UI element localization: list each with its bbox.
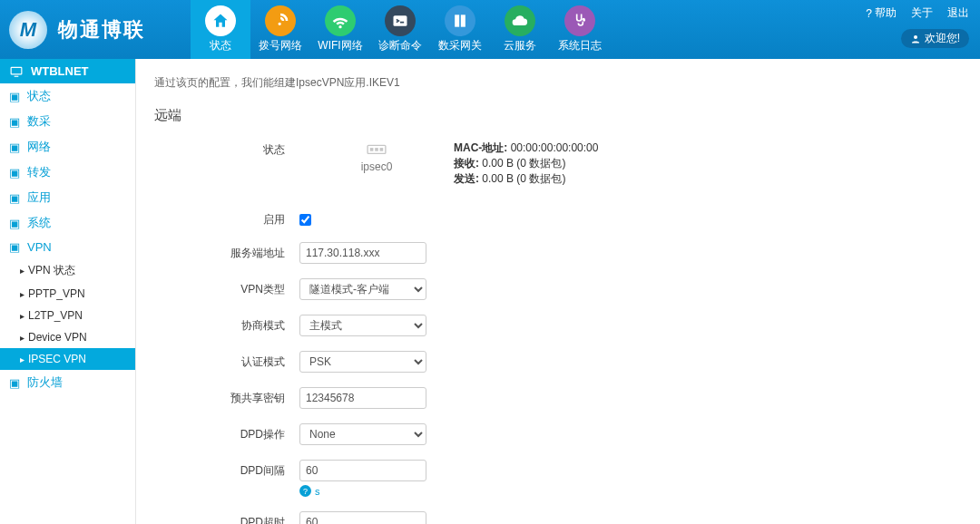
- row-auth: 认证模式 PSK: [154, 351, 962, 373]
- caret-right-icon: ▸: [20, 289, 24, 299]
- stethoscope-icon: [564, 5, 595, 36]
- nav-status[interactable]: 状态: [191, 0, 250, 59]
- terminal-icon: [385, 5, 416, 36]
- sidebar-item-network[interactable]: ▣网络: [0, 134, 135, 160]
- sidebar-item-pptp[interactable]: ▸PPTP_VPN: [0, 283, 135, 305]
- sidebar-item-ipsecvpn[interactable]: ▸IPSEC VPN: [0, 348, 135, 370]
- nav-label: 系统日志: [558, 38, 602, 53]
- row-nego: 协商模式 主模式: [154, 315, 962, 336]
- svg-rect-7: [375, 148, 378, 151]
- nav-gateway[interactable]: 数采网关: [430, 0, 490, 59]
- monitor-icon: [9, 65, 24, 78]
- sidebar-item-vpn-status[interactable]: ▸VPN 状态: [0, 258, 135, 283]
- square-icon: ▣: [9, 240, 20, 254]
- server-icon: [445, 5, 475, 36]
- svg-rect-4: [11, 67, 22, 74]
- svg-rect-1: [455, 15, 459, 26]
- square-icon: ▣: [9, 115, 20, 129]
- sidebar-item-l2tp[interactable]: ▸L2TP_VPN: [0, 305, 135, 326]
- logout-link[interactable]: 退出: [947, 5, 969, 21]
- nav-syslog[interactable]: 系统日志: [550, 0, 610, 59]
- nav-label: 云服务: [504, 38, 536, 53]
- caret-right-icon: ▸: [20, 333, 24, 343]
- interface-stats: MAC-地址: 00:00:00:00:00:00 接收: 0.00 B (0 …: [454, 141, 598, 187]
- square-icon: ▣: [9, 376, 20, 390]
- svg-rect-2: [461, 15, 466, 26]
- top-nav: 状态 拨号网络 WIFI网络 诊断命令 数采网关: [191, 0, 610, 59]
- info-icon: ?: [299, 485, 311, 497]
- caret-right-icon: ▸: [20, 354, 24, 364]
- dpdaction-select[interactable]: None: [299, 423, 426, 445]
- tx-label: 发送:: [454, 172, 479, 185]
- dpddelay-hint: ?s: [299, 485, 320, 497]
- device-heading: WTBLNET: [0, 59, 135, 83]
- rx-label: 接收:: [454, 157, 479, 170]
- nav-dial[interactable]: 拨号网络: [250, 0, 310, 59]
- sidebar-item-firewall[interactable]: ▣防火墙: [0, 370, 135, 395]
- dpdtimeout-input[interactable]: [299, 511, 426, 524]
- interface-box: ipsec0: [299, 141, 454, 173]
- square-icon: ▣: [9, 217, 20, 230]
- svg-rect-8: [380, 148, 384, 151]
- nego-select[interactable]: 主模式: [299, 315, 426, 336]
- enable-checkbox[interactable]: [299, 214, 311, 226]
- help-link[interactable]: ?帮助: [866, 5, 897, 21]
- nav-label: WIFI网络: [318, 38, 362, 53]
- sidebar-item-devicevpn[interactable]: ▸Device VPN: [0, 326, 135, 348]
- wifi-icon: [325, 5, 356, 36]
- row-dpddelay: DPD间隔 ?s: [154, 460, 962, 497]
- topbar: M 物通博联 状态 拨号网络 WIFI网络 诊断命令: [0, 0, 980, 59]
- brand-logo-icon: M: [9, 11, 47, 49]
- row-enable: 启用: [154, 212, 962, 228]
- mac-value: 00:00:00:00:00:00: [511, 141, 599, 154]
- nav-label: 拨号网络: [259, 38, 302, 53]
- rx-value: 0.00 B (0 数据包): [482, 157, 565, 170]
- vpntype-select[interactable]: 隧道模式-客户端: [299, 278, 426, 300]
- caret-right-icon: ▸: [20, 266, 24, 276]
- nav-label: 数采网关: [438, 38, 482, 53]
- nav-label: 诊断命令: [378, 38, 422, 53]
- auth-select[interactable]: PSK: [299, 351, 426, 373]
- dpdtimeout-label: DPD超时: [154, 515, 299, 525]
- nav-wifi[interactable]: WIFI网络: [310, 0, 370, 59]
- psk-label: 预共享密钥: [154, 391, 299, 406]
- signal-icon: [265, 5, 296, 36]
- home-icon: [205, 5, 236, 36]
- sidebar-item-forward[interactable]: ▣转发: [0, 160, 135, 185]
- tx-value: 0.00 B (0 数据包): [482, 172, 565, 185]
- row-vpntype: VPN类型 隧道模式-客户端: [154, 278, 962, 300]
- sidebar: WTBLNET ▣状态 ▣数采 ▣网络 ▣转发 ▣应用 ▣系统 ▣VPN ▸VP…: [0, 59, 136, 524]
- about-link[interactable]: 关于: [911, 5, 933, 21]
- welcome-badge[interactable]: 欢迎您!: [901, 29, 969, 48]
- psk-input[interactable]: [299, 387, 426, 409]
- row-dpdtimeout: DPD超时 ?s: [154, 511, 962, 524]
- dpddelay-input[interactable]: [299, 460, 426, 481]
- mac-label: MAC-地址:: [454, 141, 507, 154]
- sidebar-item-vpn[interactable]: ▣VPN: [0, 236, 135, 258]
- svg-rect-6: [370, 148, 374, 151]
- brand-logo: M 物通博联: [0, 11, 145, 49]
- help-icon: ?: [866, 7, 872, 20]
- sidebar-item-data[interactable]: ▣数采: [0, 109, 135, 134]
- interface-icon: [367, 141, 387, 157]
- enable-label: 启用: [154, 212, 299, 228]
- caret-right-icon: ▸: [20, 311, 24, 321]
- nav-cloud[interactable]: 云服务: [490, 0, 550, 59]
- server-input[interactable]: [299, 242, 426, 264]
- square-icon: ▣: [9, 141, 20, 154]
- brand-name: 物通博联: [58, 16, 145, 44]
- page-description: 通过该页的配置，我们能组建IpsecVPN应用.IKEV1: [154, 75, 962, 91]
- section-title: 远端: [154, 107, 962, 124]
- square-icon: ▣: [9, 166, 20, 180]
- nav-label: 状态: [210, 38, 231, 53]
- status-row: 状态 ipsec0 MAC-地址: 00:00:00:00:00:00 接收: …: [154, 141, 962, 187]
- sidebar-item-status[interactable]: ▣状态: [0, 83, 135, 109]
- top-right-links: ?帮助 关于 退出: [866, 5, 969, 21]
- vpntype-label: VPN类型: [154, 282, 299, 297]
- row-dpdaction: DPD操作 None: [154, 423, 962, 445]
- sidebar-item-system[interactable]: ▣系统: [0, 210, 135, 236]
- status-label: 状态: [154, 141, 299, 158]
- sidebar-item-app[interactable]: ▣应用: [0, 185, 135, 210]
- nav-diag[interactable]: 诊断命令: [370, 0, 430, 59]
- cloud-icon: [505, 5, 535, 36]
